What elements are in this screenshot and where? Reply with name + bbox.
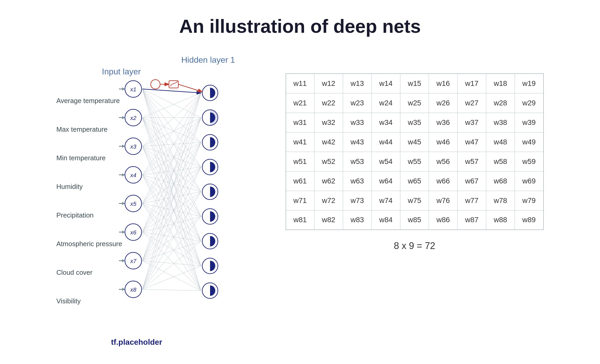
svg-point-105 [151,80,160,89]
cell-8-8: w88 [486,210,515,230]
cell-2-2: w22 [314,93,343,113]
cell-5-5: w55 [400,152,429,171]
cell-2-5: w25 [400,93,429,113]
svg-text:x3: x3 [130,143,136,150]
cell-2-3: w23 [343,93,372,113]
cell-2-7: w27 [458,93,486,113]
table-row: w11w12w13w14w15w16w17w18w19 [286,74,544,93]
cell-1-7: w17 [458,74,486,93]
svg-text:x5: x5 [130,201,136,207]
cell-2-4: w24 [372,93,400,113]
cell-6-3: w63 [343,171,372,191]
table-row: w31w32w33w34w35w36w37w38w39 [286,113,544,132]
cell-1-3: w13 [343,74,372,93]
cell-1-8: w18 [486,74,515,93]
cell-4-5: w45 [400,132,429,152]
cell-3-2: w32 [314,113,343,132]
table-row: w81w82w83w84w85w86w87w88w89 [286,210,544,230]
hidden-layer-label: Hidden layer 1 [181,55,235,65]
svg-line-108 [178,84,202,92]
svg-line-5 [142,89,201,216]
cell-4-9: w49 [515,132,544,152]
cell-3-8: w38 [486,113,515,132]
cell-4-6: w46 [429,132,458,152]
cell-8-3: w83 [343,210,372,230]
table-row: w41w42w43w44w45w46w47w48w49 [286,132,544,152]
weight-table: w11w12w13w14w15w16w17w18w19w21w22w23w24w… [286,73,544,230]
cell-5-4: w54 [372,152,400,171]
cell-6-5: w65 [400,171,429,191]
cell-7-7: w77 [458,191,486,210]
cell-5-8: w58 [486,152,515,171]
cell-5-7: w57 [458,152,486,171]
cell-7-3: w73 [343,191,372,210]
svg-line-34 [142,175,201,266]
table-row: w71w72w73w74w75w76w77w78w79 [286,191,544,210]
svg-rect-107 [169,81,178,88]
cell-6-4: w64 [372,171,400,191]
cell-1-4: w14 [372,74,400,93]
formula-text: 8 x 9 = 72 [394,240,435,251]
svg-line-12 [142,118,201,167]
svg-line-28 [142,118,201,175]
cell-8-7: w87 [458,210,486,230]
cell-2-9: w29 [515,93,544,113]
svg-text:x8: x8 [130,286,136,293]
cell-8-1: w81 [286,210,314,230]
svg-line-41 [142,203,201,216]
svg-line-58 [142,192,201,261]
cell-5-6: w56 [429,152,458,171]
cell-3-9: w39 [515,113,544,132]
svg-line-38 [142,142,201,203]
svg-line-63 [142,93,201,289]
svg-line-67 [142,192,201,289]
cell-6-1: w61 [286,171,314,191]
svg-line-1 [142,89,201,118]
cell-2-8: w28 [486,93,515,113]
cell-7-6: w76 [429,191,458,210]
cell-5-3: w53 [343,152,372,171]
table-row: w21w22w23w24w25w26w27w28w29 [286,93,544,113]
svg-line-51 [142,232,201,241]
cell-8-6: w86 [429,210,458,230]
svg-line-59 [142,216,201,261]
svg-line-60 [142,241,201,261]
svg-line-46 [142,118,201,232]
cell-1-6: w16 [429,74,458,93]
svg-text:x7: x7 [130,258,136,264]
cell-7-5: w75 [400,191,429,210]
svg-text:x4: x4 [130,172,136,178]
cell-2-1: w21 [286,93,314,113]
svg-line-4 [142,89,201,192]
cell-8-4: w84 [372,210,400,230]
svg-line-3 [142,89,201,167]
cell-7-4: w74 [372,191,400,210]
cell-3-1: w31 [286,113,314,132]
cell-3-4: w34 [372,113,400,132]
neural-net-svg: x1 x2 x3 x4 x5 x6 x7 x8 [56,79,254,352]
cell-3-3: w33 [343,113,372,132]
highlight-arrow [142,89,200,93]
cell-6-8: w68 [486,171,515,191]
svg-line-15 [142,118,201,241]
table-row: w51w52w53w54w55w56w57w58w59 [286,152,544,171]
cell-1-1: w11 [286,74,314,93]
cell-5-9: w59 [515,152,544,171]
cell-6-9: w69 [515,171,544,191]
cell-7-8: w78 [486,191,515,210]
cell-6-2: w62 [314,171,343,191]
cell-6-7: w67 [458,171,486,191]
cell-6-6: w66 [429,171,458,191]
cell-1-2: w12 [314,74,343,93]
cell-4-4: w44 [372,132,400,152]
connections [142,89,201,291]
cell-8-2: w82 [314,210,343,230]
main-content: Input layer Hidden layer 1 Average tempe… [0,53,600,352]
diagram-area: Input layer Hidden layer 1 Average tempe… [56,53,254,352]
input-layer-label: Input layer [102,67,141,76]
svg-line-8 [142,89,201,291]
svg-line-68 [142,216,201,289]
cell-4-2: w42 [314,132,343,152]
weight-table-area: w11w12w13w14w15w16w17w18w19w21w22w23w24w… [286,73,544,251]
tf-placeholder-label: tf.placeholder [111,338,162,347]
